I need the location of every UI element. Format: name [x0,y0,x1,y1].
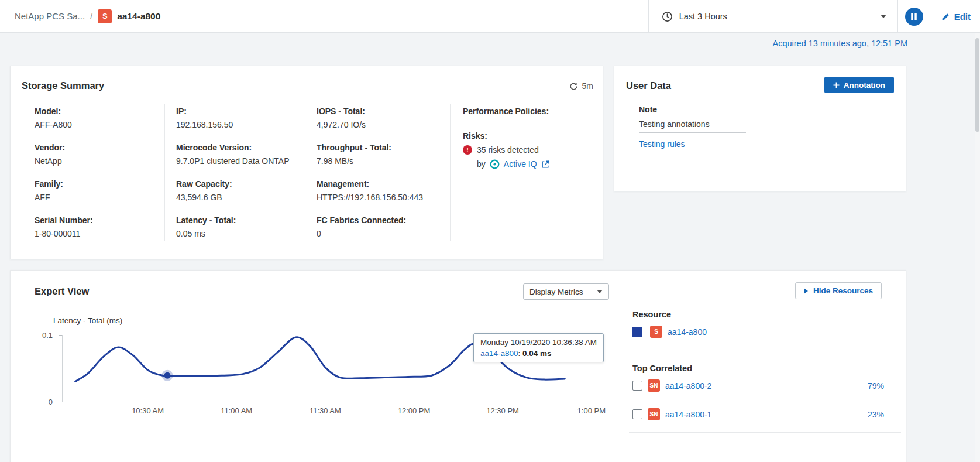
x-axis-label: 1:00 PM [571,406,612,415]
field-value: 192.168.156.50 [176,119,290,131]
field-vendor: Vendor: NetApp [35,142,93,167]
correlated-row: SN aa14-a800-1 23% [632,408,884,420]
storage-system-icon: S [650,326,662,338]
hide-resources-label: Hide Resources [813,286,873,295]
refresh-interval[interactable]: 5m [569,81,593,91]
field-label: Model: [35,105,93,117]
field-label: Vendor: [35,142,93,153]
field-label: FC Fabrics Connected: [317,214,423,226]
tooltip-timestamp: Monday 10/19/2020 10:36:38 AM [480,338,597,347]
pause-icon [911,13,917,20]
chart-metric-label: Latency - Total (ms) [53,316,122,325]
plus-icon [833,82,840,88]
field-value: 0 [317,228,423,239]
summary-column-1: Model: AFF-A800 Vendor: NetApp Family: A… [35,105,93,251]
pause-button[interactable] [905,8,923,26]
x-axis-label: 12:00 PM [394,406,435,415]
field-serial-number: Serial Number: 1-80-000011 [35,214,93,239]
active-iq-link[interactable]: Active IQ [504,158,537,170]
field-iops-total: IOPS - Total: 4,972.70 IO/s [317,105,423,131]
x-axis-label: 11:30 AM [305,406,346,415]
field-value: AFF-A800 [35,119,93,131]
field-family: Family: AFF [35,178,93,203]
display-metrics-label: Display Metrics [529,288,583,296]
user-data-title: User Data [626,80,671,91]
breadcrumb: NetApp PCS Sa... / S aa14-a800 [0,9,160,23]
note-value-field[interactable]: Testing annotations [639,119,746,133]
external-link-icon[interactable] [541,160,550,169]
summary-column-2: IP: 192.168.156.50 Microcode Version: 9.… [176,105,290,251]
y-axis-label: 0.1 [17,331,53,340]
column-divider [450,104,451,241]
hide-resources-button[interactable]: Hide Resources [795,282,882,299]
correlated-checkbox[interactable] [632,381,642,391]
field-management: Management: HTTPS://192.168.156.50:443 [317,178,423,203]
field-ip: IP: 192.168.156.50 [176,105,290,131]
column-divider [164,104,165,241]
correlated-row: SN aa14-a800-2 79% [632,379,884,392]
scrollbar-thumb[interactable] [975,38,979,132]
clock-icon [662,11,673,22]
testing-rules-link[interactable]: Testing rules [639,139,685,149]
correlated-checkbox[interactable] [632,409,642,419]
active-iq-icon [490,159,500,169]
tooltip-resource-link[interactable]: aa14-a800 [480,349,518,358]
correlated-resource-link[interactable]: aa14-a800-1 [665,410,711,419]
risks-count-text: 35 risks detected [477,144,539,156]
breadcrumb-root[interactable]: NetApp PCS Sa... [15,11,85,21]
field-throughput-total: Throughput - Total: 7.98 MB/s [317,142,423,167]
add-annotation-button[interactable]: Annotation [824,77,894,93]
field-latency-total: Latency - Total: 0.05 ms [176,214,290,239]
performance-policies-label: Performance Policies: [463,105,550,117]
risks-by-label: by [477,158,486,170]
breadcrumb-separator: / [90,11,92,21]
refresh-interval-label: 5m [582,81,593,91]
field-label: IOPS - Total: [317,105,423,117]
resource-link[interactable]: aa14-a800 [668,327,707,337]
expert-view-card: Expert View Display Metrics Latency - To… [10,270,906,462]
resource-section-label: Resource [632,310,671,319]
x-axis: 10:30 AM11:00 AM11:30 AM12:00 PM12:30 PM… [62,406,603,417]
risk-alert-icon [463,145,472,155]
tooltip-separator: : [518,349,521,358]
storage-summary-title: Storage Summary [22,80,104,91]
storage-system-icon: S [98,9,112,23]
field-label: Serial Number: [35,214,93,226]
management-link[interactable]: HTTPS://192.168.156.50:443 [317,191,423,203]
x-axis-label: 10:30 AM [128,406,169,415]
field-model: Model: AFF-A800 [35,105,93,131]
user-data-divider [761,103,761,165]
summary-column-3: IOPS - Total: 4,972.70 IO/s Throughput -… [317,105,423,251]
edit-button[interactable]: Edit [931,12,980,22]
column-divider [305,104,305,241]
storage-node-icon: SN [648,408,660,420]
user-data-card: User Data Annotation Note Testing annota… [614,66,906,191]
field-value: 1-80-000011 [35,228,93,239]
field-fc-fabrics: FC Fabrics Connected: 0 [317,214,423,239]
vertical-scrollbar[interactable] [975,33,980,462]
triangle-right-icon [804,288,808,294]
header-controls: Last 3 Hours Edit [648,0,980,33]
correlated-resource-link[interactable]: aa14-a800-2 [665,381,711,391]
field-value: 4,972.70 IO/s [317,119,423,131]
field-value: AFF [35,191,93,203]
risks-label: Risks: [463,130,550,142]
legend-color-swatch [632,327,642,337]
top-header: NetApp PCS Sa... / S aa14-a800 Last 3 Ho… [0,0,980,33]
pencil-icon [941,12,950,21]
storage-node-icon: SN [648,379,660,392]
chevron-down-icon [881,15,886,18]
header-divider [897,0,898,33]
page-title: aa14-a800 [117,11,160,22]
field-microcode-version: Microcode Version: 9.7.0P1 clustered Dat… [176,142,290,167]
field-value: 0.05 ms [176,228,290,239]
field-label: Management: [317,178,423,190]
field-value: NetApp [35,155,93,167]
section-divider [629,432,901,433]
field-value: 43,594.6 GB [176,191,290,203]
time-range-selector[interactable]: Last 3 Hours [649,0,897,33]
y-axis-label: 0 [17,398,53,406]
summary-column-4: Performance Policies: Risks: 35 risks de… [463,105,550,170]
display-metrics-dropdown[interactable]: Display Metrics [523,283,609,300]
x-axis-label: 11:00 AM [216,406,257,415]
